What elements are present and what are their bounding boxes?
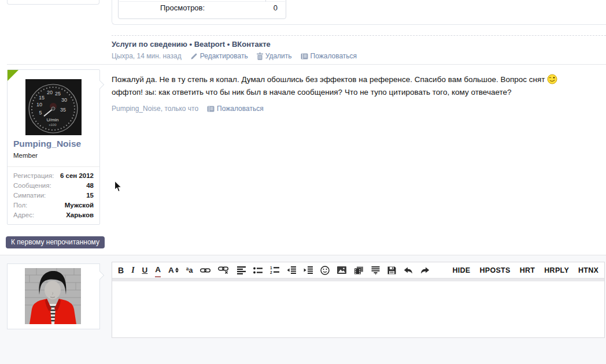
save-icon: [387, 266, 396, 274]
signature-text[interactable]: Услуги по сведению • Beatport • ВКонтакт…: [112, 40, 271, 49]
image-button[interactable]: [337, 264, 346, 277]
report-link[interactable]: Пожаловаться: [207, 105, 264, 113]
font-family-button[interactable]: ªa: [186, 264, 193, 277]
previous-user-card-fragment: [7, 0, 99, 5]
italic-button[interactable]: I: [131, 264, 134, 277]
post-author-date[interactable]: Цыхра, 14 мин. назад: [112, 52, 182, 60]
underline-button[interactable]: U: [142, 264, 148, 277]
user-stats: Регистрация:6 сен 2012 Сообщения:48 Симп…: [8, 166, 99, 224]
svg-text:x100: x100: [49, 123, 57, 127]
hrt-bbcode-button[interactable]: HRT: [515, 266, 540, 274]
image-icon: [337, 266, 346, 274]
redo-icon: [420, 267, 430, 274]
outdent-button[interactable]: [287, 264, 296, 277]
card-arrow: [95, 271, 105, 280]
edit-link[interactable]: Редактировать: [190, 52, 248, 60]
svg-text:20: 20: [47, 90, 53, 95]
stat-row: Пол:Мужской: [13, 200, 94, 210]
stat-row: Регистрация:6 сен 2012: [13, 171, 94, 181]
previous-message-container-fragment: Просмотров: 0: [112, 0, 606, 25]
reply-avatar-card: [7, 263, 100, 329]
ordered-list-icon: 12: [270, 266, 279, 274]
svg-text:10: 10: [36, 102, 42, 107]
outdent-icon: [287, 266, 296, 274]
indent-icon: [304, 266, 313, 274]
link-button[interactable]: [200, 264, 210, 277]
custom-bbcode-buttons: HIDE HPOSTS HRT HRPLY HTNX: [448, 266, 603, 274]
unlink-icon: [218, 266, 230, 274]
trash-icon: [257, 53, 263, 60]
align-icon: [237, 266, 246, 274]
post-message: Пожалуй да. Не в ту степь я копал. Думал…: [112, 73, 606, 98]
hide-bbcode-button[interactable]: HIDE: [448, 266, 475, 274]
jump-to-first-unread-button[interactable]: К первому непрочитанному: [6, 236, 105, 248]
svg-text:2: 2: [270, 270, 272, 274]
unordered-list-icon: [253, 267, 263, 274]
svg-text:15: 15: [39, 95, 45, 101]
editor-toolbar: B I U A A ªa 12: [112, 262, 604, 278]
report-link[interactable]: Пожаловаться: [301, 52, 357, 60]
hposts-bbcode-button[interactable]: HPOSTS: [475, 266, 515, 274]
svg-text:25: 25: [55, 91, 61, 96]
table-row-divider: [119, 1, 285, 2]
htnx-bbcode-button[interactable]: HTNX: [574, 266, 603, 274]
undo-icon: [404, 267, 413, 274]
indent-button[interactable]: [304, 264, 313, 277]
link-icon: [200, 268, 210, 273]
pencil-icon: [190, 53, 198, 60]
redo-button[interactable]: [420, 264, 430, 277]
align-button[interactable]: [237, 264, 246, 277]
svg-text:5: 5: [39, 110, 42, 116]
quote-block-button[interactable]: [371, 264, 380, 277]
stat-row: Адрес:Харьков: [13, 210, 94, 220]
post-separator: [7, 64, 606, 65]
size-arrows-icon: [175, 268, 179, 273]
bold-button[interactable]: B: [118, 264, 124, 277]
unread-marker-icon: [8, 70, 19, 81]
thread-stats-table: Просмотров: 0: [118, 0, 286, 19]
svg-text:U/min: U/min: [47, 117, 59, 122]
ordered-list-button[interactable]: 12: [270, 264, 279, 277]
forum-page: Просмотров: 0 Услуги по сведению • Beatp…: [0, 0, 606, 364]
signature-divider: [112, 35, 606, 36]
username-link[interactable]: Pumping_Noise: [13, 139, 81, 149]
user-title: Member: [13, 152, 38, 159]
wink-smiley-icon: [547, 74, 557, 84]
stat-row: Симпатии:15: [13, 191, 94, 200]
hrply-bbcode-button[interactable]: HRPLY: [540, 266, 574, 274]
unordered-list-button[interactable]: [253, 264, 263, 277]
font-size-button[interactable]: A: [168, 264, 179, 277]
reply-editor: B I U A A ªa 12: [112, 262, 605, 338]
quick-reply-section: B I U A A ªa 12: [0, 255, 606, 364]
media-button[interactable]: [354, 264, 364, 277]
mouse-cursor: [114, 180, 123, 193]
smiley-icon: [320, 266, 330, 275]
svg-text:1: 1: [270, 266, 272, 270]
stats-row-value: 0: [221, 3, 278, 12]
report-book-icon: [207, 106, 215, 112]
stat-row: Сообщения:48: [13, 181, 94, 191]
save-button[interactable]: [387, 264, 396, 277]
previous-post-meta: Цыхра, 14 мин. назад Редактировать Удали…: [112, 52, 357, 60]
reply-text-area[interactable]: [112, 281, 604, 337]
text-color-button[interactable]: A: [155, 263, 161, 277]
card-arrow: [95, 80, 105, 90]
post-meta: Pumping_Noise, только что Пожаловаться: [112, 105, 264, 113]
avatar[interactable]: 51015 202530 35 U/min x100: [25, 79, 82, 135]
avatar[interactable]: [25, 268, 81, 324]
delete-link[interactable]: Удалить: [257, 52, 292, 60]
table-column-divider: [265, 0, 266, 2]
svg-text:30: 30: [61, 97, 67, 103]
undo-button[interactable]: [404, 264, 413, 277]
svg-text:35: 35: [60, 107, 66, 113]
smiley-button[interactable]: [320, 264, 330, 277]
post-author-date[interactable]: Pumping_Noise, только что: [112, 105, 198, 113]
user-card: 51015 202530 35 U/min x100 Pumping_Noise…: [7, 69, 100, 225]
stats-row-label: Просмотров:: [160, 3, 205, 12]
report-book-icon: [301, 53, 308, 60]
media-icon: [354, 266, 364, 274]
unlink-button[interactable]: [218, 264, 230, 277]
quote-block-icon: [371, 266, 380, 274]
